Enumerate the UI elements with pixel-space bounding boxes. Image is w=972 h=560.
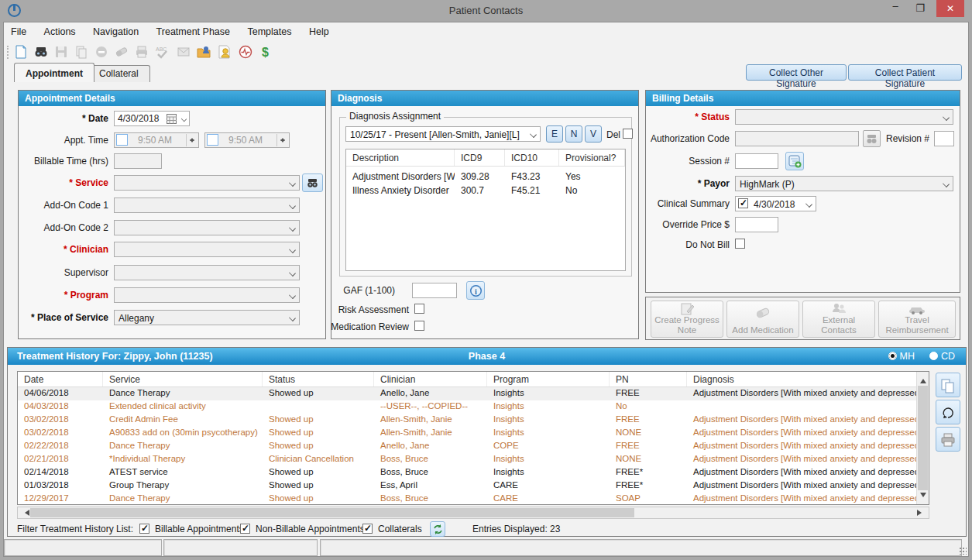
add-medication-button[interactable]: Add Medication [726, 301, 799, 338]
addon-code-1-combo[interactable] [114, 198, 300, 213]
date-field[interactable]: 4/30/2018 [114, 111, 190, 126]
find-icon[interactable] [33, 44, 49, 60]
clinical-summary-checkbox[interactable] [738, 198, 748, 208]
patient-chart-icon[interactable] [216, 44, 232, 60]
collaterals-checkbox[interactable] [362, 524, 373, 534]
scroll-right-arrow[interactable] [917, 510, 925, 516]
external-contacts-button[interactable]: External Contacts [802, 301, 875, 338]
status-combo[interactable] [735, 109, 953, 125]
authorization-search-button[interactable] [863, 130, 881, 147]
undo-button[interactable] [936, 400, 960, 424]
tab-appointment[interactable]: Appointment [14, 63, 94, 82]
appt-time-end-spinner[interactable] [276, 134, 288, 146]
save-icon[interactable] [53, 44, 69, 60]
print-history-button[interactable] [936, 427, 960, 452]
scroll-left-arrow[interactable] [22, 510, 29, 516]
vertical-scroll-thumb[interactable] [918, 386, 928, 490]
billable-appointments-checkbox[interactable] [139, 524, 149, 534]
del-checkbox[interactable] [623, 129, 633, 139]
minimize-button[interactable]: – [885, 0, 905, 17]
patient-folder-icon[interactable] [196, 44, 211, 60]
close-button[interactable]: ✕ [936, 0, 964, 17]
copy-history-button[interactable] [936, 373, 960, 397]
override-price-field[interactable] [735, 217, 778, 232]
email-icon[interactable] [176, 44, 191, 60]
service-search-button[interactable] [302, 173, 323, 192]
menu-navigation[interactable]: Navigation [86, 22, 146, 37]
horizontal-scrollbar[interactable] [17, 507, 929, 519]
medication-review-checkbox[interactable] [414, 321, 424, 331]
window-title: Patient Contacts [0, 5, 972, 16]
refresh-button[interactable] [430, 521, 445, 537]
appt-time-end-checkbox[interactable] [207, 134, 218, 146]
clinical-summary-combo[interactable]: 4/30/2018 [735, 196, 816, 211]
appt-time-end-field[interactable]: 9:50 AM [204, 132, 290, 148]
collect-other-signature-button[interactable]: Collect Other Signature [746, 64, 847, 81]
menu-templates[interactable]: Templates [240, 22, 298, 37]
collect-patient-signature-button[interactable]: Collect Patient Signature [848, 64, 962, 81]
gaf-field[interactable] [412, 283, 457, 298]
date-dropdown-chevron[interactable] [181, 116, 187, 122]
diagnosis-e-button[interactable]: E [546, 125, 563, 143]
addon-code-2-combo[interactable] [114, 220, 300, 235]
tab-collateral[interactable]: Collateral [88, 65, 150, 82]
scroll-up-arrow[interactable] [920, 376, 926, 383]
service-combo[interactable] [114, 175, 300, 191]
authorization-code-field[interactable] [735, 131, 859, 146]
diagnosis-n-button[interactable]: N [565, 125, 582, 143]
billable-time-field[interactable] [114, 153, 162, 169]
menu-help[interactable]: Help [302, 22, 336, 37]
horizontal-scroll-thumb[interactable] [30, 508, 634, 517]
revision-field[interactable] [934, 131, 954, 146]
billing-icon[interactable]: $ [258, 44, 273, 60]
calendar-icon[interactable] [167, 114, 177, 124]
create-progress-note-button[interactable]: Create Progress Note [651, 301, 723, 338]
treatment-row[interactable]: 12/29/2017Dance TherapyShowed upBoss, Br… [18, 493, 929, 505]
non-billable-appointments-checkbox[interactable] [240, 524, 250, 534]
place-of-service-combo[interactable]: Allegany [114, 310, 300, 325]
spellcheck-icon[interactable]: ABC [154, 44, 170, 60]
supervisor-combo[interactable] [114, 265, 300, 280]
diagnosis-v-button[interactable]: V [585, 125, 602, 143]
diagnosis-row[interactable]: Illness Anxiety Disorder 300.7 F45.21 No [346, 184, 625, 198]
new-note-icon[interactable] [13, 44, 29, 60]
diagnosis-assignment-combo[interactable]: 10/25/17 - Present [Allen-Smith, Janie][… [345, 126, 541, 142]
menu-actions[interactable]: Actions [37, 22, 83, 37]
session-field[interactable] [735, 153, 778, 169]
clinician-combo[interactable] [114, 242, 300, 257]
payor-combo[interactable]: HighMark (P) [735, 176, 953, 191]
remove-icon[interactable] [94, 44, 109, 60]
treatment-row[interactable]: 04/06/2018Dance TherapyShowed upAnello, … [18, 387, 929, 400]
vertical-scrollbar[interactable] [916, 372, 929, 504]
cd-radio-circle[interactable] [929, 352, 938, 360]
treatment-row[interactable]: 04/03/2018Extended clinical activity--US… [18, 400, 929, 414]
gaf-info-button[interactable]: i [466, 281, 485, 300]
scroll-down-arrow[interactable] [920, 493, 926, 500]
print-icon[interactable] [134, 44, 149, 60]
diagnosis-row[interactable]: Adjustment Disorders [Wi... 309.28 F43.2… [346, 170, 625, 184]
appt-time-start-spinner[interactable] [186, 134, 197, 146]
erase-icon[interactable] [114, 44, 129, 60]
do-not-bill-checkbox[interactable] [735, 239, 745, 249]
resize-grip[interactable] [959, 547, 967, 555]
vitals-icon[interactable] [238, 44, 253, 60]
mh-radio-circle[interactable] [888, 352, 897, 360]
treatment-row[interactable]: 02/22/2018Dance TherapyShowed upAnello, … [18, 440, 929, 453]
mh-radio[interactable]: MH [888, 351, 915, 362]
menu-treatment-phase[interactable]: Treatment Phase [149, 22, 237, 37]
treatment-row[interactable]: 02/21/2018*Individual TherapyClinician C… [18, 453, 929, 466]
session-lookup-button[interactable] [785, 152, 804, 170]
treatment-row[interactable]: 03/02/2018A90833 add on (30min psycother… [18, 427, 929, 440]
appt-time-start-field[interactable]: 9:50 AM [114, 132, 199, 148]
cd-radio[interactable]: CD [929, 351, 955, 362]
appt-time-start-checkbox[interactable] [116, 134, 128, 146]
maximize-button[interactable]: ❐ [910, 0, 930, 17]
treatment-row[interactable]: 03/02/2018Credit Admin FeeShowed upAllen… [18, 414, 929, 427]
travel-reimbursement-button[interactable]: Travel Reimbursement [878, 301, 956, 338]
treatment-row[interactable]: 01/03/2018Group TherapyShowed upEss, Apr… [18, 479, 929, 493]
copy-icon[interactable] [74, 44, 89, 60]
menu-file[interactable]: File [4, 22, 33, 37]
risk-assessment-checkbox[interactable] [414, 304, 424, 314]
treatment-row[interactable]: 02/14/2018ATEST serviceShowed upBoss, Br… [18, 466, 929, 479]
program-combo[interactable] [114, 287, 300, 303]
